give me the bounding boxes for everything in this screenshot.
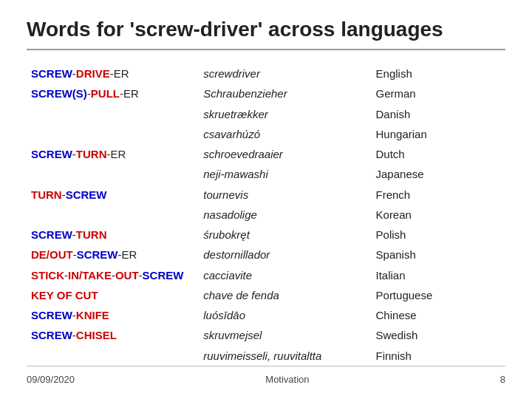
word-cell: screwdriver	[199, 64, 371, 83]
footer-date: 09/09/2020	[27, 374, 75, 385]
term-cell: SCREW-TURN-ER	[27, 144, 199, 164]
term-cell	[27, 346, 199, 366]
language-cell: French	[372, 185, 505, 205]
language-cell: English	[372, 64, 505, 83]
language-cell: Finnish	[372, 346, 505, 366]
word-cell: nasadolige	[199, 205, 371, 225]
word-cell: cacciavite	[199, 265, 371, 285]
table-row: STICK-IN/TAKE-OUT-SCREWcacciaviteItalian	[27, 265, 505, 285]
language-cell: Spanish	[372, 245, 505, 265]
table-row: SCREW-DRIVE-ERscrewdriverEnglish	[27, 64, 505, 83]
table-row: SCREW-TURNśrubokrętPolish	[27, 225, 505, 245]
table-row: SCREW(S)-PULL-ERSchraubenzieherGerman	[27, 83, 505, 103]
term-cell: SCREW-CHISEL	[27, 325, 199, 345]
content-area: SCREW-DRIVE-ERscrewdriverEnglishSCREW(S)…	[27, 64, 505, 366]
footer-page: 8	[500, 374, 505, 385]
word-cell: tournevis	[199, 185, 371, 205]
word-cell: neji-mawashi	[199, 164, 371, 184]
language-cell: Korean	[372, 205, 505, 225]
slide-title: Words for 'screw-driver' across language…	[27, 18, 505, 50]
table-row: SCREW-KNIFEluósīdāoChinese	[27, 305, 505, 325]
table-row: ruuvimeisseli, ruuvitalttaFinnish	[27, 346, 505, 366]
language-cell: Danish	[372, 104, 505, 124]
term-cell: SCREW-TURN	[27, 225, 199, 245]
word-cell: chave de fenda	[199, 285, 371, 305]
footer-center: Motivation	[265, 374, 309, 385]
term-cell: DE/OUT-SCREW-ER	[27, 245, 199, 265]
word-cell: śrubokręt	[199, 225, 371, 245]
term-cell	[27, 205, 199, 225]
language-cell: Swedish	[372, 325, 505, 345]
table-row: KEY OF CUTchave de fendaPortuguese	[27, 285, 505, 305]
languages-table: SCREW-DRIVE-ERscrewdriverEnglishSCREW(S)…	[27, 64, 505, 366]
term-cell	[27, 104, 199, 124]
word-cell: schroevedraaier	[199, 144, 371, 164]
language-cell: Hungarian	[372, 124, 505, 144]
word-cell: skruvmejsel	[199, 325, 371, 345]
term-cell: STICK-IN/TAKE-OUT-SCREW	[27, 265, 199, 285]
term-cell: SCREW-KNIFE	[27, 305, 199, 325]
word-cell: skruetrækker	[199, 104, 371, 124]
table-row: TURN-SCREWtournevisFrench	[27, 185, 505, 205]
word-cell: destornillador	[199, 245, 371, 265]
language-cell: German	[372, 83, 505, 103]
word-cell: ruuvimeisseli, ruuvitaltta	[199, 346, 371, 366]
word-cell: luósīdāo	[199, 305, 371, 325]
slide-footer: 09/09/2020 Motivation 8	[27, 366, 505, 385]
language-cell: Japanese	[372, 164, 505, 184]
slide: Words for 'screw-driver' across language…	[0, 0, 532, 399]
word-cell: Schraubenzieher	[199, 83, 371, 103]
term-cell: KEY OF CUT	[27, 285, 199, 305]
language-cell: Italian	[372, 265, 505, 285]
table-row: neji-mawashiJapanese	[27, 164, 505, 184]
table-row: skruetrækkerDanish	[27, 104, 505, 124]
term-cell	[27, 124, 199, 144]
term-cell: TURN-SCREW	[27, 185, 199, 205]
table-row: nasadoligeKorean	[27, 205, 505, 225]
word-cell: csavarhúzó	[199, 124, 371, 144]
table-row: csavarhúzóHungarian	[27, 124, 505, 144]
table-row: SCREW-TURN-ERschroevedraaierDutch	[27, 144, 505, 164]
term-cell	[27, 164, 199, 184]
language-cell: Polish	[372, 225, 505, 245]
table-row: DE/OUT-SCREW-ERdestornilladorSpanish	[27, 245, 505, 265]
term-cell: SCREW(S)-PULL-ER	[27, 83, 199, 103]
table-row: SCREW-CHISELskruvmejselSwedish	[27, 325, 505, 345]
language-cell: Dutch	[372, 144, 505, 164]
language-cell: Chinese	[372, 305, 505, 325]
language-cell: Portuguese	[372, 285, 505, 305]
term-cell: SCREW-DRIVE-ER	[27, 64, 199, 83]
